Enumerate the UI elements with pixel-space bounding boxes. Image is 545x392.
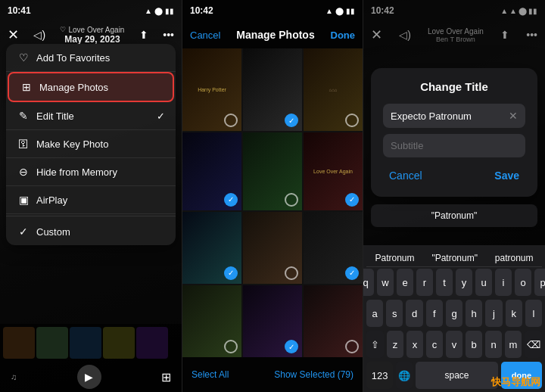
- key-p[interactable]: p: [534, 269, 545, 296]
- key-y[interactable]: y: [456, 269, 472, 296]
- shift-key[interactable]: ⇧: [366, 331, 384, 358]
- edit-title-label: Edit Title: [36, 110, 74, 122]
- menu-item-add-favorites[interactable]: Add To Favorites: [6, 44, 176, 72]
- menu-item-custom-left: ✓ Custom: [17, 226, 70, 238]
- grid-cell-8[interactable]: [243, 212, 302, 284]
- grid-cell-4[interactable]: ✓: [182, 132, 241, 210]
- check-circle-7: ✓: [224, 266, 238, 280]
- suggest-word-2[interactable]: "Patronum": [425, 253, 484, 263]
- key-z[interactable]: z: [387, 331, 403, 358]
- clear-input-icon[interactable]: ✕: [509, 110, 518, 122]
- add-favorites-label: Add To Favorites: [36, 52, 110, 64]
- menu-item-edit-title[interactable]: Edit Title ✓: [6, 102, 176, 130]
- key-m[interactable]: m: [505, 331, 522, 358]
- status-icons-1: ▲ ⬤ ▮▮: [145, 7, 174, 15]
- key-c[interactable]: c: [426, 331, 443, 358]
- title-input-field[interactable]: Expecto Patronum ✕: [383, 104, 525, 128]
- grid-icon: ⊞: [161, 371, 171, 384]
- menu-item-hide[interactable]: Hide from Memory: [6, 158, 176, 186]
- photo-icon: [20, 81, 33, 93]
- key-h[interactable]: h: [466, 300, 482, 327]
- check-circle-4: ✓: [224, 193, 238, 207]
- suggestion-bar: Patronum "Patronum" patronum: [366, 250, 542, 267]
- keyboard: Patronum "Patronum" patronum q w e r t y…: [363, 245, 545, 392]
- dialog-cancel-button[interactable]: Cancel: [383, 166, 428, 185]
- menu-item-airplay-left: AirPlay: [17, 194, 67, 206]
- space-key[interactable]: space: [416, 362, 498, 389]
- share-button-1[interactable]: ⬆: [139, 29, 148, 41]
- dialog-save-button[interactable]: Save: [488, 166, 525, 185]
- key-o[interactable]: o: [515, 269, 531, 296]
- grid-cell-7[interactable]: ✓: [182, 212, 241, 284]
- grid-cell-2[interactable]: ✓: [243, 48, 302, 131]
- done-button-2[interactable]: Done: [331, 30, 356, 41]
- key-k[interactable]: k: [506, 300, 522, 327]
- suggest-word-1[interactable]: Patronum: [369, 253, 420, 263]
- menu-item-custom[interactable]: ✓ Custom: [6, 218, 176, 245]
- kb-row-1: q w e r t y u i o p: [366, 269, 542, 296]
- key-b[interactable]: b: [466, 331, 482, 358]
- close-button-1[interactable]: ✕: [8, 26, 19, 43]
- dropdown-menu: Add To Favorites Manage Photos Edit Titl…: [6, 44, 176, 245]
- more-button-1[interactable]: •••: [163, 29, 174, 41]
- panel-2: 10:42 ▲ ⬤ ▮▮ Cancel Manage Photos Done H…: [182, 0, 363, 392]
- key-a[interactable]: a: [366, 300, 383, 327]
- key-f[interactable]: f: [426, 300, 443, 327]
- num-key[interactable]: 123: [366, 362, 393, 389]
- key-l[interactable]: l: [525, 300, 542, 327]
- grid-cell-10[interactable]: [182, 285, 241, 357]
- globe-key[interactable]: 🌐: [396, 362, 413, 389]
- grid-cell-11[interactable]: ✓: [243, 285, 302, 357]
- key-t[interactable]: t: [436, 269, 453, 296]
- key-q[interactable]: q: [363, 269, 374, 296]
- key-x[interactable]: x: [406, 331, 423, 358]
- airplay-icon: [17, 194, 30, 206]
- status-icons-2: ▲ ⬤ ▮▮: [325, 7, 355, 15]
- menu-item-hide-left: Hide from Memory: [17, 166, 117, 178]
- key-s[interactable]: s: [386, 300, 403, 327]
- key-d[interactable]: d: [406, 300, 422, 327]
- grid-cell-6[interactable]: Love Over Again ✓: [304, 132, 363, 210]
- hide-icon: [17, 166, 30, 178]
- panel2-footer: Select All Show Selected (79): [182, 357, 363, 392]
- backspace-key[interactable]: ⌫: [525, 331, 542, 358]
- key-w[interactable]: w: [377, 269, 394, 296]
- key-i[interactable]: i: [495, 269, 512, 296]
- grid-button[interactable]: ⊞: [161, 370, 171, 384]
- menu-item-key-photo[interactable]: Make Key Photo: [6, 130, 176, 158]
- grid-cell-5[interactable]: [243, 132, 302, 210]
- title-input-value: Expecto Patronum: [391, 110, 472, 122]
- menu-item-manage-left: Manage Photos: [20, 81, 108, 93]
- key-g[interactable]: g: [446, 300, 462, 327]
- key-r[interactable]: r: [416, 269, 433, 296]
- key-v[interactable]: v: [446, 331, 462, 358]
- menu-item-airplay[interactable]: AirPlay: [6, 186, 176, 214]
- key-j[interactable]: j: [485, 300, 502, 327]
- grid-cell-3[interactable]: ⌂⌂⌂: [304, 48, 363, 131]
- play-button[interactable]: ▶: [77, 365, 101, 389]
- photo-grid: Harry Potter ✓ ⌂⌂⌂ ✓ Love Over Again ✓ ✓: [182, 48, 363, 357]
- make-key-photo-label: Make Key Photo: [36, 138, 108, 150]
- key-e[interactable]: e: [397, 269, 413, 296]
- grid-cell-1[interactable]: Harry Potter: [182, 48, 241, 131]
- menu-item-manage-photos[interactable]: Manage Photos: [8, 72, 174, 102]
- volume-button-1[interactable]: ◁): [33, 29, 45, 41]
- nav-title-group-1: ♡ Love Over Again May 29, 2023: [60, 26, 124, 45]
- status-time-1: 10:41: [8, 5, 31, 16]
- thumb-2: [36, 327, 68, 359]
- thumb-5: [136, 327, 168, 359]
- grid-cell-12[interactable]: [304, 285, 363, 357]
- dialog-actions: Cancel Save: [383, 166, 525, 185]
- subtitle-input-field[interactable]: Subtitle: [383, 134, 525, 157]
- menu-divider: [6, 216, 176, 216]
- suggest-word-3[interactable]: patronum: [489, 253, 540, 263]
- select-all-button[interactable]: Select All: [192, 369, 229, 380]
- key-n[interactable]: n: [485, 331, 502, 358]
- pencil-icon: [17, 110, 30, 122]
- select-circle-10: [224, 340, 238, 353]
- show-selected-button[interactable]: Show Selected (79): [274, 369, 353, 380]
- airplay-label: AirPlay: [36, 194, 67, 206]
- key-u[interactable]: u: [475, 269, 492, 296]
- cancel-button-2[interactable]: Cancel: [190, 30, 220, 41]
- grid-cell-9[interactable]: ✓: [304, 212, 363, 284]
